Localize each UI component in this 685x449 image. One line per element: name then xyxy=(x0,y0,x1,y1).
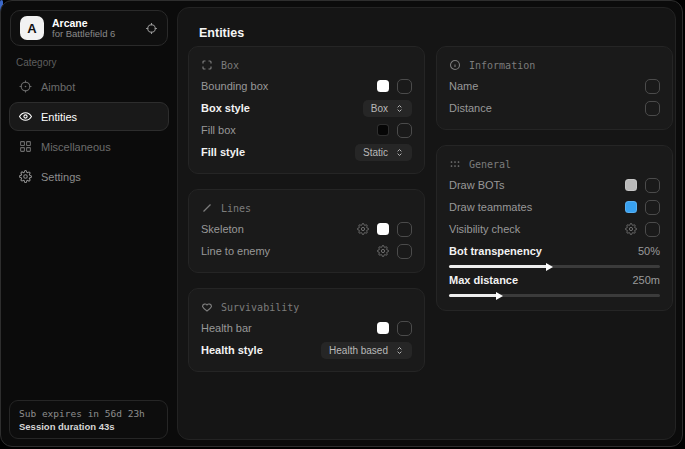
box-corners-icon xyxy=(201,59,213,71)
sidebar-item-miscellaneous[interactable]: Miscellaneous xyxy=(9,132,169,161)
gear-icon xyxy=(19,170,32,183)
panel-header-label: Survivability xyxy=(221,302,299,313)
slider-value: 250m xyxy=(632,274,660,286)
screen: A Arcane for Battlefield 6 Category xyxy=(0,0,685,449)
slider-thumb[interactable] xyxy=(546,263,553,271)
setting-label: Fill box xyxy=(201,124,236,136)
skeleton-checkbox[interactable] xyxy=(397,222,412,237)
color-swatch[interactable] xyxy=(377,80,389,92)
bot-transparency-slider[interactable] xyxy=(449,265,660,268)
setting-row-box-style: Box style Box xyxy=(201,97,412,119)
fill-style-dropdown[interactable]: Static xyxy=(355,144,412,161)
box-style-dropdown[interactable]: Box xyxy=(363,100,412,117)
app-subtitle: for Battlefield 6 xyxy=(52,29,115,40)
dropdown-value: Box xyxy=(371,103,388,114)
panel-header-label: Box xyxy=(221,60,239,71)
sidebar: A Arcane for Battlefield 6 Category xyxy=(1,1,177,446)
subscription-card: Sub expires in 56d 23h Session duration … xyxy=(9,400,168,439)
panel-box: Box Bounding box Box style Box xyxy=(188,46,425,174)
setting-row-max-distance: Max distance 250m xyxy=(449,271,660,297)
health-style-dropdown[interactable]: Health based xyxy=(321,342,412,359)
setting-label: Bounding box xyxy=(201,80,268,92)
main-content: Entities Box Bounding box xyxy=(177,7,676,440)
setting-label: Max distance xyxy=(449,274,518,286)
sidebar-item-label: Aimbot xyxy=(41,81,75,93)
color-swatch[interactable] xyxy=(625,179,637,191)
color-swatch[interactable] xyxy=(377,223,389,235)
slider-fill xyxy=(449,265,548,268)
health-bar-checkbox[interactable] xyxy=(397,321,412,336)
slider-value: 50% xyxy=(638,245,660,257)
slider-thumb[interactable] xyxy=(496,292,503,300)
distance-checkbox[interactable] xyxy=(645,101,660,116)
session-duration-text: Session duration 43s xyxy=(19,421,158,432)
draw-teammates-checkbox[interactable] xyxy=(645,200,660,215)
color-swatch[interactable] xyxy=(625,201,637,213)
column-right: Information Name Distance xyxy=(436,46,673,311)
setting-label: Box style xyxy=(201,102,250,114)
panel-header-label: Lines xyxy=(221,203,251,214)
eye-icon xyxy=(19,110,32,123)
setting-label: Health style xyxy=(201,344,263,356)
setting-row-visibility-check: Visibility check xyxy=(449,218,660,240)
color-swatch[interactable] xyxy=(377,124,389,136)
panel-general: General Draw BOTs Draw teammates xyxy=(436,145,673,311)
app-card: A Arcane for Battlefield 6 xyxy=(10,10,168,46)
setting-row-name: Name xyxy=(449,75,660,97)
visibility-check-checkbox[interactable] xyxy=(645,222,660,237)
name-checkbox[interactable] xyxy=(645,79,660,94)
sub-expiry-text: Sub expires in 56d 23h xyxy=(19,408,158,419)
aimbot-crosshair-icon xyxy=(19,80,32,93)
line-icon xyxy=(201,202,213,214)
skeleton-gear-icon[interactable] xyxy=(357,223,369,235)
app-window: A Arcane for Battlefield 6 Category xyxy=(0,0,683,447)
sidebar-item-label: Entities xyxy=(41,111,77,123)
setting-row-draw-teammates: Draw teammates xyxy=(449,196,660,218)
setting-row-distance: Distance xyxy=(449,97,660,119)
sidebar-item-entities[interactable]: Entities xyxy=(9,102,169,131)
sidebar-item-label: Miscellaneous xyxy=(41,141,111,153)
setting-label: Fill style xyxy=(201,146,245,158)
column-left: Box Bounding box Box style Box xyxy=(188,46,425,372)
panel-information: Information Name Distance xyxy=(436,46,673,130)
draw-bots-checkbox[interactable] xyxy=(645,178,660,193)
setting-row-bot-transparency: Bot transpenency 50% xyxy=(449,242,660,268)
bounding-box-checkbox[interactable] xyxy=(397,79,412,94)
category-label: Category xyxy=(16,57,57,68)
dots-grid-icon xyxy=(449,158,461,170)
setting-row-bounding-box: Bounding box xyxy=(201,75,412,97)
chevron-updown-icon xyxy=(395,346,404,355)
setting-label: Draw teammates xyxy=(449,201,532,213)
app-title: Arcane xyxy=(52,17,115,29)
info-icon xyxy=(449,59,461,71)
fill-box-checkbox[interactable] xyxy=(397,123,412,138)
dropdown-value: Health based xyxy=(329,345,388,356)
max-distance-slider[interactable] xyxy=(449,294,660,297)
setting-row-health-style: Health style Health based xyxy=(201,339,412,361)
panel-header-label: Information xyxy=(469,60,535,71)
setting-label: Health bar xyxy=(201,322,252,334)
sidebar-nav: Aimbot Entities xyxy=(9,72,169,191)
sidebar-item-aimbot[interactable]: Aimbot xyxy=(9,72,169,101)
setting-label: Visibility check xyxy=(449,223,520,235)
dropdown-value: Static xyxy=(363,147,388,158)
panel-survivability: Survivability Health bar Health style xyxy=(188,288,425,372)
panel-header-label: General xyxy=(469,159,511,170)
setting-label: Skeleton xyxy=(201,223,244,235)
setting-row-line-to-enemy: Line to enemy xyxy=(201,240,412,262)
setting-row-draw-bots: Draw BOTs xyxy=(449,174,660,196)
crosshair-icon[interactable] xyxy=(145,22,158,35)
line-to-enemy-gear-icon[interactable] xyxy=(377,245,389,257)
heart-icon xyxy=(201,301,213,313)
page-title: Entities xyxy=(199,26,244,40)
visibility-gear-icon[interactable] xyxy=(625,223,637,235)
line-to-enemy-checkbox[interactable] xyxy=(397,244,412,259)
setting-label: Draw BOTs xyxy=(449,179,505,191)
chevron-updown-icon xyxy=(395,148,404,157)
sidebar-item-settings[interactable]: Settings xyxy=(9,162,169,191)
setting-row-health-bar: Health bar xyxy=(201,317,412,339)
panel-lines: Lines Skeleton xyxy=(188,189,425,273)
setting-row-fill-box: Fill box xyxy=(201,119,412,141)
setting-label: Name xyxy=(449,80,478,92)
color-swatch[interactable] xyxy=(377,322,389,334)
